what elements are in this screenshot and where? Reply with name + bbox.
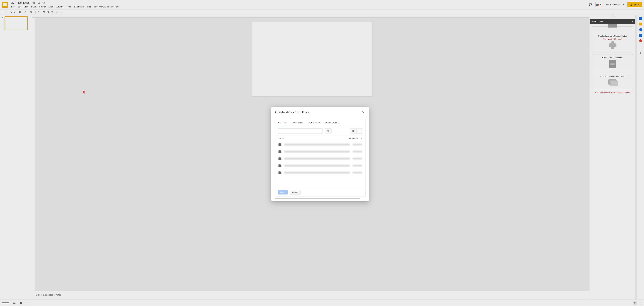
vertical-ruler[interactable] <box>32 18 35 291</box>
add-addon-icon[interactable]: + <box>640 50 642 55</box>
star-icon[interactable] <box>32 2 35 4</box>
comments-icon[interactable] <box>588 2 593 8</box>
right-rail: + <box>637 15 644 300</box>
slideshow-button[interactable]: Slideshow <box>604 2 626 7</box>
picker-toolbar <box>275 126 366 136</box>
modal-close-icon[interactable]: ✕ <box>361 110 366 115</box>
picker-close-icon[interactable]: ✕ <box>361 121 363 124</box>
collapse-filmstrip-icon[interactable] <box>29 302 31 304</box>
textbox-tool[interactable] <box>42 10 46 14</box>
menu-slide[interactable]: Slide <box>48 5 54 8</box>
arrow-down-icon <box>360 137 362 140</box>
line-tool[interactable] <box>56 10 60 14</box>
select-tool[interactable] <box>37 10 41 14</box>
share-label: Share <box>634 4 639 6</box>
chevron-down-icon[interactable] <box>623 4 624 6</box>
contact-link[interactable]: For custom features & solutions contact … <box>592 92 633 94</box>
menu-arrange[interactable]: Arrange <box>55 5 65 8</box>
file-list[interactable] <box>275 141 366 188</box>
shape-tool[interactable] <box>51 10 55 14</box>
image-tool[interactable] <box>46 10 50 14</box>
zoom-button[interactable] <box>30 10 34 14</box>
menu-format[interactable]: Format <box>38 5 47 8</box>
svg-point-4 <box>30 12 32 12</box>
svg-rect-8 <box>52 12 53 13</box>
file-name-redacted <box>284 172 350 174</box>
slide-canvas[interactable] <box>252 22 372 96</box>
file-date-redacted <box>352 158 362 160</box>
picker-scrollbar-horizontal[interactable] <box>275 198 360 199</box>
search-button[interactable] <box>325 128 332 134</box>
side-panel-content[interactable]: Create slides from Google Photos (Now su… <box>590 24 635 300</box>
close-side-panel-icon[interactable]: ✕ <box>632 20 634 22</box>
menu-edit[interactable]: Edit <box>16 5 22 8</box>
slides-logo-icon[interactable] <box>2 2 8 8</box>
list-item[interactable] <box>275 169 366 176</box>
horizontal-ruler[interactable] <box>32 15 590 18</box>
contacts-icon[interactable] <box>639 34 642 36</box>
menu-view[interactable]: View <box>23 5 30 8</box>
doc-title[interactable]: My Presentation <box>10 1 30 5</box>
list-item[interactable] <box>275 155 366 162</box>
picker-scrollbar-vertical[interactable] <box>366 119 366 189</box>
sort-icon <box>358 130 361 132</box>
cloud-status-icon[interactable] <box>42 2 45 4</box>
speaker-notes[interactable]: Click to add speaker notes <box>32 291 590 300</box>
svg-rect-17 <box>352 130 353 131</box>
print-button[interactable] <box>18 10 22 14</box>
cancel-button[interactable]: Cancel <box>290 190 300 194</box>
card-combine-slides[interactable]: Combine multiple Slide Files <box>592 73 633 90</box>
collapse-right-rail-icon[interactable] <box>640 302 642 304</box>
filmstrip-view-icon[interactable] <box>13 302 16 304</box>
grid-view-icon[interactable] <box>19 302 22 304</box>
col-name[interactable]: Name <box>278 137 284 140</box>
keep-icon[interactable] <box>639 22 642 26</box>
move-icon[interactable] <box>38 2 40 4</box>
tab-google-drive[interactable]: Google Drive <box>291 120 303 126</box>
tab-my-drive[interactable]: My Drive <box>278 119 286 126</box>
side-panel-title: Slides Toolbox <box>592 20 604 22</box>
maps-icon[interactable] <box>639 39 642 42</box>
stub-thumbnail-icon <box>608 24 617 28</box>
tab-shared-drives[interactable]: Shared drives <box>307 120 320 126</box>
list-item[interactable] <box>275 141 366 148</box>
side-panel: Slides Toolbox ✕ Create slides from Goog… <box>590 15 635 300</box>
svg-rect-20 <box>353 131 354 132</box>
svg-rect-15 <box>21 303 22 304</box>
card-google-photos[interactable]: Create slides from Google Photos (Now su… <box>592 33 633 52</box>
share-button[interactable]: Share <box>628 2 642 7</box>
slide-thumbnail[interactable] <box>4 16 28 30</box>
thumbnail-number: 1 <box>2 16 3 18</box>
side-panel-scrollbar[interactable] <box>635 15 637 300</box>
last-edit-text[interactable]: Last edit was 4 minutes ago <box>94 6 120 8</box>
collapse-side-panel-icon[interactable] <box>611 14 614 18</box>
calendar-icon[interactable] <box>639 17 642 20</box>
menu-file[interactable]: File <box>10 5 16 8</box>
tasks-icon[interactable] <box>639 28 642 31</box>
thumbnail-panel[interactable]: 1 <box>0 15 32 300</box>
sort-toggle[interactable] <box>356 128 363 134</box>
list-item[interactable] <box>275 148 366 155</box>
tab-shared-with-me[interactable]: Shared with me <box>325 120 340 126</box>
modal-title: Create slides from Docs <box>275 110 310 114</box>
meet-button[interactable] <box>596 2 602 7</box>
menu-insert[interactable]: Insert <box>30 5 38 8</box>
paint-format-button[interactable] <box>23 10 27 14</box>
svg-rect-2 <box>20 11 21 12</box>
list-item[interactable] <box>275 162 366 169</box>
search-input[interactable] <box>278 128 323 134</box>
redo-button[interactable] <box>13 10 18 14</box>
new-slide-button[interactable] <box>2 10 6 14</box>
col-last-modified[interactable]: Last modified <box>348 137 362 140</box>
card-stub-top[interactable] <box>592 26 633 30</box>
menu-help[interactable]: Help <box>86 5 93 8</box>
card-create-from-docs[interactable]: Create slides from Docs <box>592 54 633 71</box>
select-button[interactable]: Select <box>278 190 288 194</box>
menu-extensions[interactable]: Extensions <box>73 5 86 8</box>
svg-rect-10 <box>13 303 16 303</box>
file-name-redacted <box>284 144 350 146</box>
undo-button[interactable] <box>9 10 13 14</box>
menu-tools[interactable]: Tools <box>65 5 72 8</box>
grid-view-toggle[interactable] <box>350 128 356 134</box>
explore-button[interactable] <box>632 301 637 305</box>
